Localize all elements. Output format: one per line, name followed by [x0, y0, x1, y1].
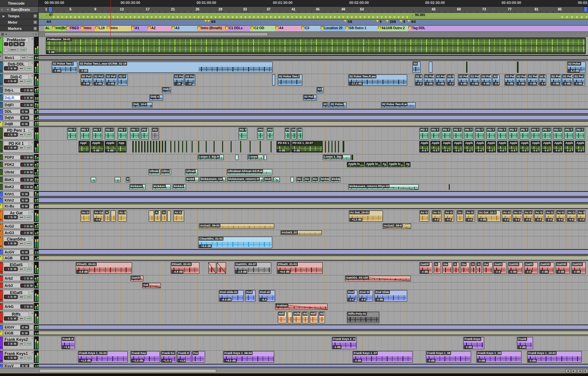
clip[interactable]: AcGat3_02	[280, 230, 322, 235]
clip[interactable]: 02 Pu↕-12	[185, 74, 195, 86]
clip[interactable]: kick&s	[173, 184, 186, 190]
ruler-row-meter[interactable]: 4/44/45/8910/894/4 Meter +	[0, 19, 588, 25]
clip[interactable]: Apple lo	[347, 162, 364, 167]
track-options-icon[interactable]: ▾	[31, 75, 33, 77]
clip[interactable]: Apple↕0 d	[486, 141, 496, 152]
collapse-arrow-icon[interactable]: ▾	[0, 87, 1, 89]
automation-read-button[interactable]: red	[25, 146, 32, 150]
clip[interactable]	[208, 262, 216, 274]
ruler-row-timecode[interactable]: 00:00:00:0000:00:30:0000:01:00:0000:01:3…	[0, 0, 588, 6]
solo-button[interactable]: S	[21, 122, 24, 125]
clip[interactable]: Ac G	[118, 210, 127, 222]
mute-button[interactable]: M	[13, 267, 17, 270]
track-row-ultrbt[interactable]: UltrabUltraUltrabUltrabeat African Kit.R…	[39, 168, 588, 175]
mute-button[interactable]: M	[30, 156, 33, 159]
scroll-arrow-button[interactable]: ◀	[577, 369, 582, 373]
track-name[interactable]: BbK1	[4, 177, 21, 182]
track-header-pd-kit-1[interactable]: ▾PD Kit 1▾▶ISMwvred	[0, 140, 34, 153]
mute-button[interactable]: M	[30, 225, 33, 228]
mute-button[interactable]: M	[30, 178, 33, 181]
playlist-arrow-icon[interactable]: ▶	[0, 149, 2, 152]
track-name[interactable]: DdjFl	[4, 103, 21, 108]
clip[interactable]: kick&sn	[152, 184, 171, 190]
solo-button[interactable]: S	[26, 89, 29, 91]
ism-pill[interactable]: ISM	[4, 146, 18, 150]
input-monitor-button[interactable]: I	[24, 163, 26, 166]
mute-button[interactable]: M	[30, 96, 33, 99]
track-color-strip[interactable]: ▾	[0, 283, 3, 288]
clip[interactable]: Frank Keys 1_10-01↕0 dB	[527, 351, 582, 363]
ism-pill[interactable]: SM	[20, 364, 29, 367]
record-enable-button[interactable]	[5, 268, 7, 270]
automation-read-button[interactable]: red	[25, 133, 32, 137]
collapse-arrow-icon[interactable]: ▾	[0, 102, 1, 104]
track-name[interactable]: ElGtV	[4, 325, 21, 330]
automation-read-button[interactable]: red	[25, 67, 32, 70]
clip[interactable]: Ac G↕0 d	[465, 210, 475, 222]
clip[interactable]: 02 Pul↕0 dB	[105, 74, 117, 86]
input-monitor-button[interactable]: I	[24, 89, 26, 91]
clip[interactable]: PD	[152, 128, 159, 139]
meter-value[interactable]: 4/4	[411, 20, 416, 24]
collapse-arrow-icon[interactable]: ▾	[0, 154, 1, 156]
clip[interactable]	[156, 141, 157, 152]
track-row-acg2[interactable]: AcGat2_09-02AcGat2_08-0	[39, 223, 588, 229]
track-header-kt-bs[interactable]: ▾Kt-BsSM	[0, 204, 34, 209]
clip[interactable]: ElGatS_03-01↕-0.8 dB	[76, 262, 132, 274]
track-options-icon[interactable]: ▾	[31, 128, 33, 131]
meter-ruler[interactable]: 4/44/45/8910/894/4	[39, 19, 588, 25]
mute-button[interactable]: M	[30, 104, 33, 107]
collapse-arrow-icon[interactable]: ▾	[0, 262, 1, 264]
clip[interactable]: kic	[312, 177, 319, 182]
playlist-arrow-icon[interactable]: ▶	[0, 245, 2, 247]
clip[interactable]	[235, 155, 238, 160]
clip[interactable]: kick&s	[331, 177, 341, 182]
record-enable-button[interactable]	[5, 43, 7, 45]
expand-arrow-icon[interactable]: ▶	[3, 14, 5, 17]
record-pill[interactable]	[4, 42, 8, 46]
clip[interactable]: Didj_10-0	[132, 102, 152, 108]
record-enable-button[interactable]	[21, 156, 24, 158]
clip[interactable]: 02 P	[118, 74, 128, 86]
clip[interactable]: PD T	[575, 128, 585, 139]
clip[interactable]: 02 Pul↕0 dB	[504, 74, 515, 86]
mute-button[interactable]: M	[25, 122, 28, 125]
clip[interactable]: 02 P↕0 d	[539, 74, 546, 86]
collapse-arrow-icon[interactable]: ▾	[0, 230, 1, 232]
track-color-strip[interactable]: ▾	[0, 303, 3, 310]
clip[interactable]: Frank K↕+1.5	[177, 351, 191, 363]
clip[interactable]: PD T	[520, 128, 529, 139]
clip[interactable]	[260, 141, 261, 152]
input-monitor-button[interactable]: I	[24, 96, 26, 99]
clip[interactable]: Rif	[302, 312, 309, 323]
track-color-strip[interactable]: ▾	[0, 198, 3, 203]
input-monitor-button[interactable]: I	[24, 277, 26, 280]
clip[interactable]: PD T	[238, 128, 247, 139]
ism-pill[interactable]: SM	[20, 192, 29, 196]
marker-name[interactable]: C1 DDLs	[229, 26, 243, 30]
ism-pill[interactable]: ISM	[20, 177, 34, 182]
clip[interactable]	[91, 177, 96, 182]
ism-pill[interactable]: ISM	[20, 224, 34, 228]
solo-button[interactable]: S	[21, 257, 24, 260]
track-header-frank-keys1[interactable]: ▾Frank Keys1▾▶ISMwvred	[0, 350, 34, 363]
record-enable-button[interactable]	[5, 317, 7, 320]
solo-button[interactable]: S	[10, 80, 13, 83]
meter-value[interactable]: 4/4	[47, 20, 51, 24]
clip[interactable]: PD	[141, 128, 149, 139]
clip[interactable]: kick&snare_return1-Rhyt-19	[348, 184, 419, 190]
track-color-strip[interactable]: ▾	[0, 87, 3, 93]
track-row-ddjfl[interactable]: Didj_10-00202 Pulse02 Pulse Two.R.w	[39, 102, 588, 108]
collapse-arrow-icon[interactable]: ▾	[0, 74, 1, 76]
clip[interactable]: k	[126, 177, 130, 182]
clip[interactable]: PD T	[105, 128, 115, 139]
solo-button[interactable]: S	[10, 67, 13, 70]
collapse-arrow-icon[interactable]: ▾	[0, 303, 1, 305]
clip[interactable]	[111, 210, 116, 222]
clip[interactable]: End	[245, 290, 256, 302]
record-enable-button[interactable]	[21, 89, 24, 91]
clip[interactable]	[198, 141, 199, 152]
track-name[interactable]: AcG3	[4, 230, 21, 235]
clock-button[interactable]: ◔	[4, 48, 8, 52]
track-options-icon[interactable]: ▾	[31, 263, 33, 265]
